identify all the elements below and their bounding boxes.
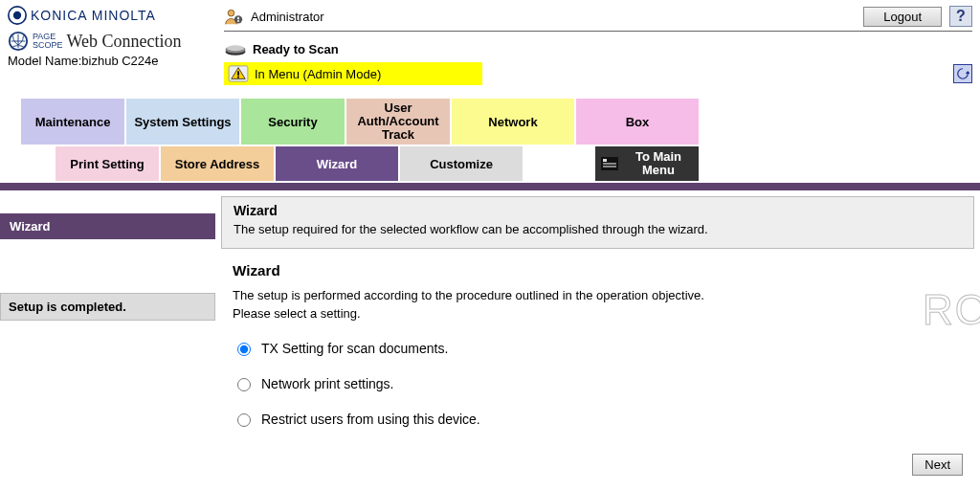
tab-maintenance[interactable]: Maintenance	[21, 99, 126, 145]
menu-grid-icon	[601, 157, 618, 170]
scanner-icon	[224, 41, 247, 56]
product-title: Web Connection	[67, 32, 182, 52]
help-button[interactable]: ?	[949, 6, 972, 27]
tab-box[interactable]: Box	[576, 99, 701, 145]
tab-system-settings[interactable]: System Settings	[126, 99, 241, 145]
km-mark-icon	[8, 6, 27, 25]
status-ready: Ready to Scan	[224, 41, 972, 56]
radio-tx-setting[interactable]	[237, 343, 251, 356]
section-line1: The setup is performed according to the …	[233, 288, 963, 302]
option-tx-setting[interactable]: TX Setting for scan documents.	[233, 340, 963, 356]
wizard-intro-panel: Wizard The setup required for the select…	[221, 196, 974, 249]
tab-security[interactable]: Security	[241, 99, 346, 145]
model-name: Model Name:bizhub C224e	[8, 54, 218, 68]
tab-user-auth[interactable]: User Auth/Account Track	[346, 99, 452, 145]
brand-logo: KONICA MINOLTA	[8, 6, 218, 25]
tab-customize[interactable]: Customize	[400, 146, 524, 181]
tab-print-setting[interactable]: Print Setting	[56, 146, 161, 181]
tab-wizard[interactable]: Wizard	[276, 146, 400, 181]
svg-rect-5	[237, 17, 239, 20]
logout-button[interactable]: Logout	[863, 7, 942, 27]
separator-bar	[0, 183, 980, 190]
svg-rect-15	[603, 163, 616, 165]
user-icon	[224, 7, 243, 26]
radio-network-print[interactable]	[237, 378, 251, 391]
secondary-tabs: Print Setting Store Address Wizard Custo…	[56, 146, 980, 181]
section-line2: Please select a setting.	[233, 306, 963, 321]
panel-title: Wizard	[234, 203, 962, 218]
option-network-print[interactable]: Network print settings.	[233, 375, 963, 391]
warning-icon	[228, 65, 249, 82]
svg-rect-16	[603, 166, 616, 167]
sidebar: Wizard Setup is completed.	[0, 190, 215, 483]
pagescope-logo: PAGE SCOPE Web Connection	[8, 31, 218, 52]
radio-restrict-users[interactable]	[237, 413, 251, 427]
next-button[interactable]: Next	[912, 454, 963, 476]
tab-network[interactable]: Network	[452, 99, 576, 145]
refresh-icon	[956, 67, 969, 80]
primary-tabs: Maintenance System Settings Security Use…	[21, 99, 980, 145]
brand-name: KONICA MINOLTA	[31, 8, 156, 23]
svg-point-9	[227, 45, 244, 51]
sidebar-item-wizard[interactable]: Wizard	[0, 213, 215, 239]
svg-rect-14	[603, 159, 607, 162]
option-restrict-users[interactable]: Restrict users from using this device.	[233, 411, 963, 427]
tab-to-main-menu[interactable]: To Main Menu	[595, 146, 701, 181]
svg-rect-11	[237, 71, 239, 76]
sidebar-status: Setup is completed.	[0, 293, 215, 321]
user-role: Administrator	[251, 10, 324, 24]
svg-point-3	[228, 10, 234, 16]
svg-rect-6	[237, 20, 239, 22]
svg-point-1	[13, 11, 21, 19]
panel-desc: The setup required for the selected work…	[234, 222, 962, 236]
mode-banner: In Menu (Admin Mode)	[224, 62, 482, 85]
pagescope-icon	[8, 31, 29, 52]
refresh-button[interactable]	[953, 64, 972, 83]
section-title: Wizard	[233, 262, 963, 278]
svg-rect-12	[237, 77, 239, 78]
tab-store-address[interactable]: Store Address	[161, 146, 276, 181]
wizard-options: TX Setting for scan documents. Network p…	[233, 340, 963, 427]
